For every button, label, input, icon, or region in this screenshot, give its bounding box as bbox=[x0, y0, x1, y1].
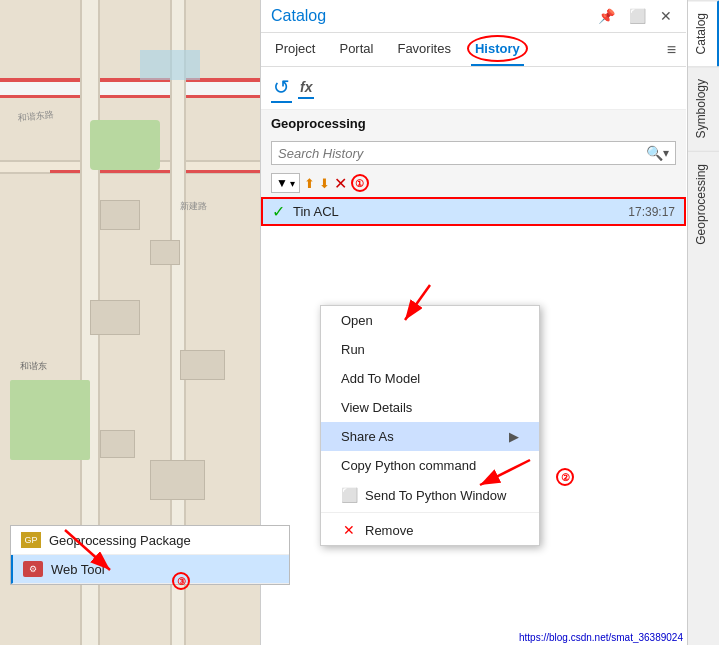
submenu-arrow-icon: ▶ bbox=[509, 429, 519, 444]
tab-history[interactable]: History bbox=[471, 33, 524, 66]
web-tool-icon: ⚙ bbox=[23, 561, 43, 577]
context-menu: Open Run Add To Model View Details Share… bbox=[320, 305, 540, 546]
geoprocessing-package-icon: GP bbox=[21, 532, 41, 548]
bottom-panel: GP Geoprocessing Package ⚙ Web Tool bbox=[10, 525, 290, 585]
search-icon[interactable]: 🔍 bbox=[646, 145, 663, 161]
annotation-circle-1: ① bbox=[351, 174, 369, 192]
filter-dropdown-arrow: ▾ bbox=[290, 178, 295, 189]
history-item-name: Tin ACL bbox=[293, 204, 620, 219]
remove-icon: ✕ bbox=[341, 522, 357, 538]
open-label: Open bbox=[341, 313, 373, 328]
python-window-icon: ⬜ bbox=[341, 487, 357, 503]
hamburger-icon[interactable]: ≡ bbox=[667, 41, 676, 59]
context-menu-add-to-model[interactable]: Add To Model bbox=[321, 364, 539, 393]
tab-favorites[interactable]: Favorites bbox=[393, 33, 454, 66]
history-item[interactable]: ✓ Tin ACL 17:39:17 bbox=[261, 197, 686, 226]
sidebar-tab-symbology[interactable]: Symbology bbox=[688, 66, 719, 150]
section-label: Geoprocessing bbox=[261, 110, 686, 135]
titlebar-icons: 📌 ⬜ ✕ bbox=[594, 6, 676, 26]
history-item-time: 17:39:17 bbox=[628, 205, 675, 219]
search-dropdown-icon[interactable]: ▾ bbox=[663, 146, 669, 160]
context-menu-send-python-window[interactable]: ⬜ Send To Python Window bbox=[321, 480, 539, 510]
catalog-toolbar: ↺ fx bbox=[261, 67, 686, 110]
web-tool-label: Web Tool bbox=[51, 562, 105, 577]
geoprocessing-package-label: Geoprocessing Package bbox=[49, 533, 191, 548]
clear-filter-icon[interactable]: ✕ bbox=[334, 174, 347, 193]
filter-button[interactable]: ▼ ▾ bbox=[271, 173, 300, 193]
context-menu-separator bbox=[321, 512, 539, 513]
context-menu-remove[interactable]: ✕ Remove bbox=[321, 515, 539, 545]
watermark: https://blog.csdn.net/smat_36389024 bbox=[519, 632, 683, 643]
context-menu-run[interactable]: Run bbox=[321, 335, 539, 364]
sidebar-tab-geoprocessing[interactable]: Geoprocessing bbox=[688, 151, 719, 257]
copy-python-label: Copy Python command bbox=[341, 458, 476, 473]
restore-icon[interactable]: ⬜ bbox=[625, 6, 650, 26]
run-label: Run bbox=[341, 342, 365, 357]
right-sidebar: Catalog Symbology Geoprocessing bbox=[687, 0, 719, 645]
filter-row: ▼ ▾ ⬆ ⬇ ✕ ① bbox=[271, 173, 676, 193]
close-icon[interactable]: ✕ bbox=[656, 6, 676, 26]
sort-down-icon[interactable]: ⬇ bbox=[319, 176, 330, 191]
history-item-wrapper: ✓ Tin ACL 17:39:17 bbox=[261, 197, 686, 226]
geoprocessing-package-item[interactable]: GP Geoprocessing Package bbox=[11, 526, 289, 555]
sort-up-icon[interactable]: ⬆ bbox=[304, 176, 315, 191]
catalog-nav: Project Portal Favorites History ≡ bbox=[261, 33, 686, 67]
tab-project[interactable]: Project bbox=[271, 33, 319, 66]
search-bar: 🔍 ▾ bbox=[271, 141, 676, 165]
search-input[interactable] bbox=[278, 146, 642, 161]
pin-icon[interactable]: 📌 bbox=[594, 6, 619, 26]
context-menu-share-as[interactable]: Share As ▶ bbox=[321, 422, 539, 451]
fx-icon[interactable]: fx bbox=[298, 77, 314, 99]
web-tool-item[interactable]: ⚙ Web Tool bbox=[11, 555, 289, 584]
tab-portal[interactable]: Portal bbox=[335, 33, 377, 66]
catalog-titlebar: Catalog 📌 ⬜ ✕ bbox=[261, 0, 686, 33]
context-menu-view-details[interactable]: View Details bbox=[321, 393, 539, 422]
check-icon: ✓ bbox=[272, 202, 285, 221]
remove-label: Remove bbox=[365, 523, 413, 538]
send-python-window-label: Send To Python Window bbox=[365, 488, 506, 503]
filter-icon: ▼ bbox=[276, 176, 288, 190]
context-menu-open[interactable]: Open bbox=[321, 306, 539, 335]
view-details-label: View Details bbox=[341, 400, 412, 415]
sidebar-tab-catalog[interactable]: Catalog bbox=[688, 0, 719, 66]
history-back-icon[interactable]: ↺ bbox=[271, 73, 292, 103]
share-as-label: Share As bbox=[341, 429, 394, 444]
catalog-title: Catalog bbox=[271, 7, 326, 25]
context-menu-copy-python[interactable]: Copy Python command bbox=[321, 451, 539, 480]
add-to-model-label: Add To Model bbox=[341, 371, 420, 386]
